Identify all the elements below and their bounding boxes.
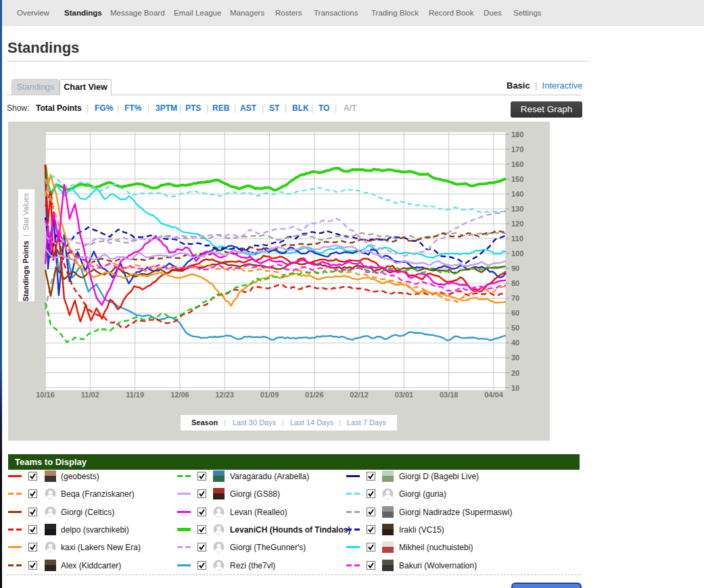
svg-text:80: 80: [511, 279, 519, 287]
svg-text:01/26: 01/26: [305, 391, 324, 399]
svg-text:110: 110: [511, 235, 523, 243]
svg-text:30: 30: [511, 353, 519, 362]
svg-text:02/12: 02/12: [350, 391, 369, 399]
svg-text:130: 130: [511, 205, 523, 213]
svg-text:160: 160: [511, 160, 523, 168]
svg-text:03/01: 03/01: [395, 391, 414, 399]
svg-text:60: 60: [511, 309, 519, 317]
svg-text:11/19: 11/19: [126, 391, 144, 399]
svg-text:120: 120: [511, 220, 523, 228]
svg-text:140: 140: [511, 190, 523, 198]
svg-text:11/02: 11/02: [81, 391, 99, 399]
svg-text:180: 180: [511, 130, 523, 139]
svg-text:10/16: 10/16: [36, 391, 55, 399]
svg-text:10: 10: [511, 384, 519, 392]
svg-text:90: 90: [511, 264, 519, 272]
svg-text:100: 100: [511, 249, 523, 258]
svg-text:170: 170: [511, 145, 523, 153]
svg-text:50: 50: [511, 324, 519, 332]
svg-text:12/23: 12/23: [215, 391, 234, 399]
svg-text:04/04: 04/04: [484, 391, 503, 399]
svg-text:20: 20: [511, 369, 519, 377]
svg-text:12/06: 12/06: [170, 391, 189, 399]
svg-text:70: 70: [511, 294, 519, 302]
svg-text:01/09: 01/09: [260, 391, 279, 399]
svg-text:03/18: 03/18: [440, 391, 459, 399]
svg-text:40: 40: [511, 339, 519, 347]
svg-text:150: 150: [511, 175, 523, 183]
